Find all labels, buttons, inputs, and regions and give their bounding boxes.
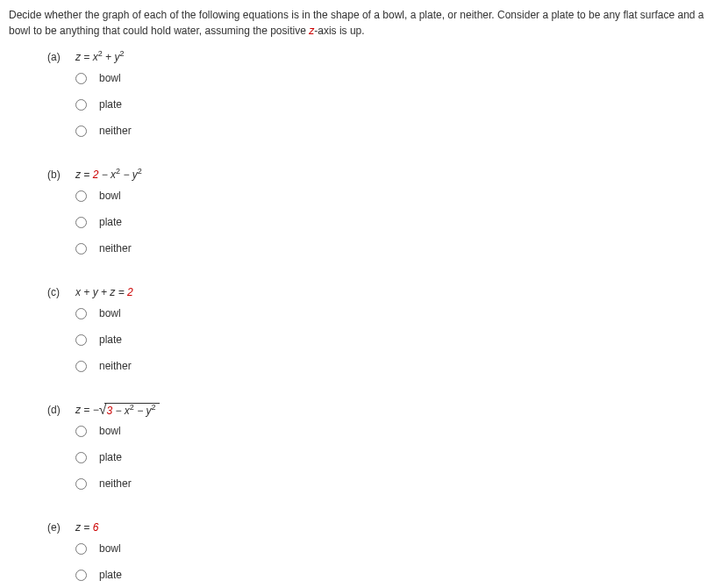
- problem-c-option-bowl[interactable]: bowl: [75, 305, 705, 321]
- radio-e-bowl[interactable]: [75, 543, 87, 555]
- radio-b-plate[interactable]: [75, 217, 87, 228]
- problem-d-option-plate[interactable]: plate: [75, 449, 705, 465]
- radio-a-bowl[interactable]: [75, 73, 87, 84]
- problem-b-options: bowl plate neither: [75, 188, 705, 256]
- problem-c-label: (c): [47, 284, 75, 300]
- radio-c-plate[interactable]: [75, 334, 87, 346]
- radio-b-bowl[interactable]: [75, 190, 87, 202]
- problem-a-label: (a): [47, 49, 75, 65]
- problem-b-equation: z = 2 − x2 − y2: [75, 167, 142, 183]
- radio-e-plate[interactable]: [75, 570, 87, 581]
- option-label: bowl: [99, 305, 121, 321]
- problem-d-option-neither[interactable]: neither: [75, 476, 705, 491]
- problem-a-options: bowl plate neither: [75, 70, 705, 139]
- problem-b-option-neither[interactable]: neither: [75, 240, 705, 256]
- question-intro: Decide whether the graph of each of the …: [9, 7, 705, 39]
- option-label: plate: [99, 332, 122, 348]
- option-label: plate: [99, 449, 122, 465]
- problem-d: (d) z = −√3 − x2 − y2 bowl plate neither: [47, 402, 705, 491]
- problem-b: (b) z = 2 − x2 − y2 bowl plate neither: [47, 167, 705, 256]
- square-root-icon: √3 − x2 − y2: [99, 403, 160, 418]
- problem-e-equation: z = 6: [75, 520, 98, 535]
- problem-a-option-bowl[interactable]: bowl: [75, 70, 705, 86]
- problem-d-equation: z = −√3 − x2 − y2: [75, 402, 160, 418]
- option-label: bowl: [99, 188, 121, 204]
- problem-c-equation: x + y + z = 2: [75, 284, 133, 300]
- problem-e-label: (e): [47, 520, 75, 535]
- intro-text-2: -axis is up.: [314, 25, 364, 37]
- problem-e-option-bowl[interactable]: bowl: [75, 541, 705, 556]
- problem-c-option-plate[interactable]: plate: [75, 332, 705, 348]
- option-label: neither: [99, 358, 132, 374]
- problem-c-options: bowl plate neither: [75, 305, 705, 374]
- radio-a-neither[interactable]: [75, 125, 87, 137]
- problem-a-equation: z = x2 + y2: [75, 49, 124, 65]
- problem-a-option-plate[interactable]: plate: [75, 97, 705, 112]
- option-label: neither: [99, 476, 132, 491]
- radio-d-neither[interactable]: [75, 478, 87, 490]
- radio-a-plate[interactable]: [75, 99, 87, 111]
- option-label: bowl: [99, 541, 121, 556]
- radio-b-neither[interactable]: [75, 243, 87, 255]
- option-label: neither: [99, 240, 132, 256]
- problem-d-label: (d): [47, 402, 75, 418]
- problem-d-options: bowl plate neither: [75, 423, 705, 491]
- radio-c-bowl[interactable]: [75, 308, 87, 319]
- radio-c-neither[interactable]: [75, 361, 87, 372]
- radio-d-plate[interactable]: [75, 452, 87, 463]
- problem-e-option-plate[interactable]: plate: [75, 567, 705, 583]
- problem-e-options: bowl plate neither: [75, 541, 705, 588]
- option-label: plate: [99, 567, 122, 583]
- option-label: bowl: [99, 423, 121, 439]
- problem-b-option-bowl[interactable]: bowl: [75, 188, 705, 204]
- radio-d-bowl[interactable]: [75, 426, 87, 437]
- problem-d-option-bowl[interactable]: bowl: [75, 423, 705, 439]
- option-label: neither: [99, 123, 132, 139]
- option-label: plate: [99, 214, 122, 230]
- problem-a: (a) z = x2 + y2 bowl plate neither: [47, 49, 705, 139]
- problem-c: (c) x + y + z = 2 bowl plate neither: [47, 284, 705, 374]
- problem-b-option-plate[interactable]: plate: [75, 214, 705, 230]
- option-label: bowl: [99, 70, 121, 86]
- problem-b-label: (b): [47, 167, 75, 183]
- problem-c-option-neither[interactable]: neither: [75, 358, 705, 374]
- problem-a-option-neither[interactable]: neither: [75, 123, 705, 139]
- problem-e: (e) z = 6 bowl plate neither: [47, 520, 705, 588]
- option-label: plate: [99, 97, 122, 112]
